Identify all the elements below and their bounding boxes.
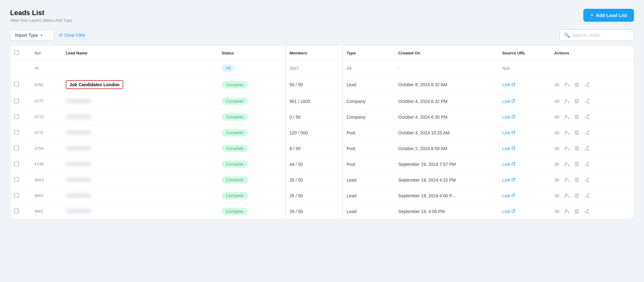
add-user-icon[interactable] — [564, 177, 570, 183]
source-link[interactable]: Link — [502, 193, 547, 198]
clear-filter-button[interactable]: ↺ Clear Filter — [58, 32, 86, 38]
view-icon[interactable] — [554, 130, 560, 136]
add-lead-label: Add Lead List — [596, 13, 627, 18]
row-checkbox-cell[interactable] — [10, 109, 31, 125]
row-checkbox[interactable] — [14, 82, 19, 87]
row-checkbox[interactable] — [14, 193, 19, 198]
table-row: 4746 Complete 44 / 50 Post September 29,… — [10, 156, 634, 172]
row-members: 50 / 50 — [285, 76, 342, 93]
row-checkbox-cell[interactable] — [10, 204, 31, 219]
delete-icon[interactable] — [574, 99, 580, 104]
row-checkbox-cell[interactable] — [10, 172, 31, 188]
external-link-icon — [512, 146, 515, 150]
row-type: Post — [342, 141, 394, 156]
row-source[interactable]: Link — [498, 188, 550, 204]
delete-icon[interactable] — [574, 177, 580, 183]
delete-icon[interactable] — [574, 146, 580, 151]
view-icon[interactable] — [554, 114, 560, 120]
add-user-icon[interactable] — [564, 193, 570, 199]
shuffle-icon[interactable] — [584, 177, 589, 183]
source-link[interactable]: Link — [502, 162, 547, 167]
add-user-icon[interactable] — [564, 114, 570, 120]
actions-cell — [554, 209, 630, 214]
view-icon[interactable] — [554, 99, 560, 104]
table-row: 4781 Job Candidates London Complete 50 /… — [10, 76, 634, 93]
row-id: 4771 — [31, 125, 62, 141]
row-checkbox[interactable] — [14, 146, 19, 150]
row-lead-name-cell — [62, 172, 218, 188]
delete-icon[interactable] — [574, 193, 580, 198]
add-user-icon[interactable] — [564, 161, 570, 167]
svg-point-5 — [555, 100, 559, 103]
view-icon[interactable] — [554, 161, 560, 167]
add-lead-button[interactable]: + Add Lead List — [583, 9, 634, 22]
shuffle-icon[interactable] — [584, 130, 589, 135]
svg-point-20 — [555, 147, 559, 150]
add-user-icon[interactable] — [564, 82, 570, 87]
row-checkbox-cell[interactable] — [10, 125, 31, 141]
row-checkbox[interactable] — [14, 114, 19, 119]
shuffle-icon[interactable] — [584, 209, 589, 214]
row-checkbox-cell[interactable] — [10, 188, 31, 204]
row-lead-name-cell: Job Candidates London — [62, 76, 218, 93]
row-checkbox-cell[interactable] — [10, 141, 31, 156]
view-icon[interactable] — [554, 146, 560, 151]
row-checkbox[interactable] — [14, 130, 19, 135]
import-type-dropdown[interactable]: Import Type ▾ — [10, 30, 54, 41]
add-user-icon[interactable] — [564, 146, 570, 151]
view-icon[interactable] — [554, 193, 560, 199]
source-link[interactable]: Link — [502, 209, 547, 214]
delete-icon[interactable] — [574, 82, 580, 87]
row-checkbox[interactable] — [14, 161, 19, 166]
source-link[interactable]: Link — [502, 130, 547, 135]
add-user-icon[interactable] — [564, 99, 570, 104]
shuffle-icon[interactable] — [584, 193, 589, 198]
row-source[interactable]: Link — [498, 172, 550, 188]
header-created: Created On — [395, 46, 499, 60]
search-icon: 🔍 — [564, 32, 570, 38]
row-checkbox[interactable] — [14, 209, 19, 213]
delete-icon[interactable] — [574, 161, 580, 167]
shuffle-icon[interactable] — [584, 114, 589, 120]
row-members: 26 / 50 — [285, 204, 342, 219]
source-link[interactable]: Link — [502, 99, 547, 104]
search-input[interactable] — [573, 33, 629, 38]
row-checkbox[interactable] — [14, 177, 19, 182]
table-header-row: ID# Lead Name Status Members Type Create… — [10, 46, 634, 60]
view-icon[interactable] — [554, 209, 560, 214]
delete-icon[interactable] — [574, 114, 580, 120]
row-source[interactable]: Link — [498, 76, 550, 93]
source-link[interactable]: Link — [502, 146, 547, 151]
shuffle-icon[interactable] — [584, 161, 589, 167]
add-user-icon[interactable] — [564, 209, 570, 214]
row-actions — [550, 60, 634, 76]
row-source[interactable]: Link — [498, 141, 550, 156]
blurred-lead-name — [66, 115, 91, 119]
shuffle-icon[interactable] — [584, 99, 589, 104]
delete-icon[interactable] — [574, 209, 580, 214]
view-icon[interactable] — [554, 177, 560, 183]
row-checkbox-cell[interactable] — [10, 76, 31, 93]
select-all-checkbox[interactable] — [14, 50, 19, 55]
row-members: 961 / 1000 — [285, 93, 342, 109]
row-source[interactable]: Link — [498, 125, 550, 141]
source-link[interactable]: Link — [502, 115, 547, 120]
row-source[interactable]: Link — [498, 204, 550, 219]
source-link[interactable]: Link — [502, 178, 547, 183]
row-checkbox-cell[interactable] — [10, 156, 31, 172]
view-icon[interactable] — [554, 82, 560, 87]
row-source[interactable]: Link — [498, 109, 550, 125]
shuffle-icon[interactable] — [584, 146, 589, 151]
add-user-icon[interactable] — [564, 130, 570, 136]
row-source[interactable]: Link — [498, 156, 550, 172]
row-checkbox-cell[interactable] — [10, 93, 31, 109]
shuffle-icon[interactable] — [584, 82, 589, 87]
source-link[interactable]: Link — [502, 82, 547, 87]
row-id: 4663 — [31, 172, 62, 188]
status-badge: Complete — [222, 176, 248, 183]
row-lead-name-cell — [62, 109, 218, 125]
row-checkbox[interactable] — [14, 99, 19, 103]
row-lead-name-cell — [62, 93, 218, 109]
row-source[interactable]: Link — [498, 93, 550, 109]
delete-icon[interactable] — [574, 130, 580, 135]
